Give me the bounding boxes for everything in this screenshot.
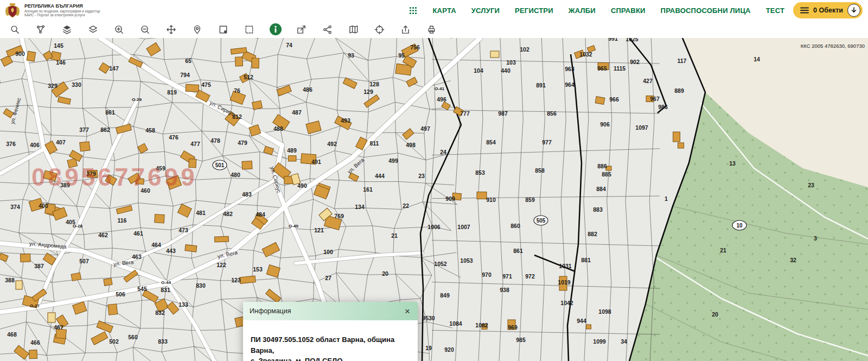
svg-text:100: 100 — [323, 249, 333, 255]
svg-text:900: 900 — [15, 50, 25, 57]
svg-text:985: 985 — [516, 337, 526, 343]
svg-text:486: 486 — [303, 86, 312, 93]
nav-item-uslugi[interactable]: УСЛУГИ — [471, 7, 500, 15]
svg-text:374: 374 — [10, 204, 20, 210]
svg-text:489: 489 — [287, 147, 297, 154]
download-objects-button[interactable] — [847, 4, 860, 17]
svg-text:1115: 1115 — [614, 65, 626, 72]
nav-item-test[interactable]: ТЕСТ — [766, 7, 784, 15]
pan-tool[interactable] — [161, 22, 182, 37]
svg-text:1098: 1098 — [598, 308, 611, 315]
select-area-tool[interactable] — [239, 22, 260, 37]
nav-item-pravosposobni-litsa[interactable]: ПРАВОСПОСОБНИ ЛИЦА — [661, 7, 751, 15]
section-tool[interactable] — [369, 22, 390, 37]
svg-text:969: 969 — [508, 324, 518, 331]
svg-text:153: 153 — [253, 266, 263, 273]
objects-counter-button[interactable]: 0 Обекти — [793, 2, 863, 18]
svg-text:545: 545 — [137, 286, 147, 292]
svg-text:987: 987 — [498, 110, 508, 117]
svg-text:560: 560 — [128, 334, 138, 340]
svg-text:102: 102 — [520, 46, 529, 53]
svg-text:387: 387 — [34, 263, 44, 269]
info-popup: Информация × ПИ 30497.505.1052 област Ва… — [243, 302, 418, 361]
export-icon — [400, 24, 411, 35]
map-area: 9001451461473293306579451247576819861812… — [0, 38, 868, 361]
svg-text:909: 909 — [445, 195, 455, 202]
route-settings-tool[interactable] — [30, 22, 52, 37]
svg-text:488: 488 — [273, 125, 283, 132]
svg-text:882: 882 — [588, 231, 597, 237]
svg-text:74: 74 — [286, 42, 292, 48]
svg-text:859: 859 — [525, 197, 535, 203]
svg-text:885: 885 — [602, 171, 611, 178]
svg-text:443: 443 — [166, 248, 176, 254]
svg-text:1032: 1032 — [579, 51, 592, 58]
svg-text:95: 95 — [398, 52, 405, 59]
select-area-icon — [244, 24, 254, 35]
svg-text:756: 756 — [410, 44, 420, 50]
svg-text:407: 407 — [56, 139, 66, 145]
svg-text:376: 376 — [6, 141, 16, 147]
svg-text:883: 883 — [593, 206, 603, 213]
svg-text:938: 938 — [500, 287, 509, 293]
zoom-out-tool[interactable] — [135, 22, 156, 37]
map-toolbar — [0, 21, 868, 38]
svg-text:832: 832 — [155, 309, 165, 316]
print-tool[interactable] — [421, 22, 442, 37]
svg-text:856: 856 — [547, 110, 557, 117]
svg-text:14: 14 — [754, 56, 760, 62]
layers-outline-tool[interactable] — [82, 22, 104, 37]
coat-of-arms-logo — [4, 2, 21, 19]
svg-text:467: 467 — [54, 324, 63, 331]
svg-text:123: 123 — [231, 277, 241, 283]
svg-text:477: 477 — [190, 141, 200, 147]
svg-text:103: 103 — [506, 59, 516, 66]
svg-text:967: 967 — [650, 96, 660, 102]
nav-item-karta[interactable]: КАРТА — [432, 7, 456, 15]
nav-item-spravki[interactable]: СПРАВКИ — [611, 7, 646, 15]
share-tool[interactable] — [317, 22, 338, 37]
svg-text:1097: 1097 — [635, 124, 648, 131]
svg-text:487: 487 — [292, 109, 302, 116]
svg-text:440: 440 — [501, 67, 510, 74]
search-tool[interactable] — [4, 22, 25, 37]
svg-text:991: 991 — [608, 38, 618, 42]
svg-text:О-29: О-29 — [132, 97, 142, 102]
zoom-in-tool[interactable] — [108, 22, 130, 37]
svg-text:1042: 1042 — [560, 300, 573, 306]
svg-text:О-28: О-28 — [73, 224, 82, 229]
svg-text:400: 400 — [39, 202, 48, 209]
nav-item-registri[interactable]: РЕГИСТРИ — [515, 7, 553, 15]
layers-tool[interactable] — [56, 22, 78, 37]
svg-text:34: 34 — [621, 338, 627, 345]
nav-item-zhalbi[interactable]: ЖАЛБИ — [569, 7, 596, 15]
open-window-tool[interactable] — [291, 22, 312, 37]
svg-text:830: 830 — [196, 282, 206, 289]
info-tool[interactable] — [265, 22, 286, 37]
svg-text:499: 499 — [388, 157, 398, 164]
svg-text:506: 506 — [116, 291, 125, 297]
map-canvas[interactable]: 9001451461473293306579451247576819861812… — [0, 38, 868, 361]
svg-text:466: 466 — [30, 339, 40, 346]
location-tool[interactable] — [187, 22, 208, 37]
svg-text:24: 24 — [440, 149, 446, 155]
close-icon[interactable]: × — [404, 307, 411, 316]
svg-text:32: 32 — [790, 257, 796, 263]
info-popup-title: Информация — [250, 307, 291, 315]
svg-text:944: 944 — [577, 318, 586, 324]
svg-text:964: 964 — [565, 81, 575, 88]
map-sheets-tool[interactable] — [343, 22, 364, 37]
svg-text:10: 10 — [736, 223, 743, 229]
svg-text:501: 501 — [215, 162, 225, 168]
export-tool[interactable] — [395, 22, 416, 37]
svg-text:972: 972 — [525, 273, 535, 280]
svg-text:906: 906 — [600, 121, 610, 128]
apps-grid-icon[interactable] — [409, 7, 417, 15]
svg-text:329: 329 — [48, 83, 58, 89]
svg-text:502: 502 — [109, 338, 119, 345]
svg-text:891: 891 — [536, 82, 546, 88]
svg-text:861: 861 — [105, 109, 115, 116]
svg-text:1025: 1025 — [626, 38, 639, 42]
svg-text:462: 462 — [98, 232, 108, 238]
select-rect-tool[interactable] — [213, 22, 234, 37]
